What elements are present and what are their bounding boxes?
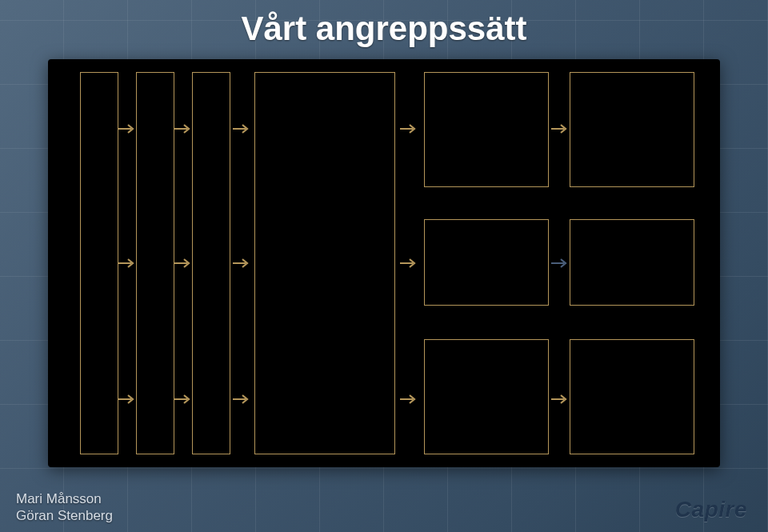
arrow-r3-a [118,394,138,405]
grid-r2c2 [570,219,694,306]
arrow-r1-d [400,123,419,134]
grid-r3c1 [424,339,549,454]
grid-r1c2 [570,72,694,187]
arrow-r1-e [551,123,570,134]
column-1 [80,72,118,454]
column-3 [192,72,230,454]
big-box [254,72,395,454]
arrow-r1-b [174,123,194,134]
column-2 [136,72,174,454]
arrow-r2-d [400,258,419,269]
grid-r3c2 [570,339,694,454]
arrow-r3-b [174,394,194,405]
diagram-panel [48,59,720,467]
arrow-r2-a [118,258,138,269]
arrow-r2-c [233,258,252,269]
author-1: Mari Månsson [16,490,113,507]
author-2: Göran Stenberg [16,507,113,524]
slide-title: Vårt angreppssätt [0,0,768,48]
arrow-r3-c [233,394,252,405]
grid-r1c1 [424,72,549,187]
arrow-r2-e-alt [551,258,570,269]
arrow-r1-c [233,123,252,134]
brand-logo: Capire [675,497,747,522]
arrow-r2-b [174,258,194,269]
arrow-r3-e [551,394,570,405]
arrow-r3-d [400,394,419,405]
arrow-r1-a [118,123,138,134]
grid-r2c1 [424,219,549,306]
footer-authors: Mari Månsson Göran Stenberg [16,490,113,525]
slide: Vårt angreppssätt [0,0,768,532]
